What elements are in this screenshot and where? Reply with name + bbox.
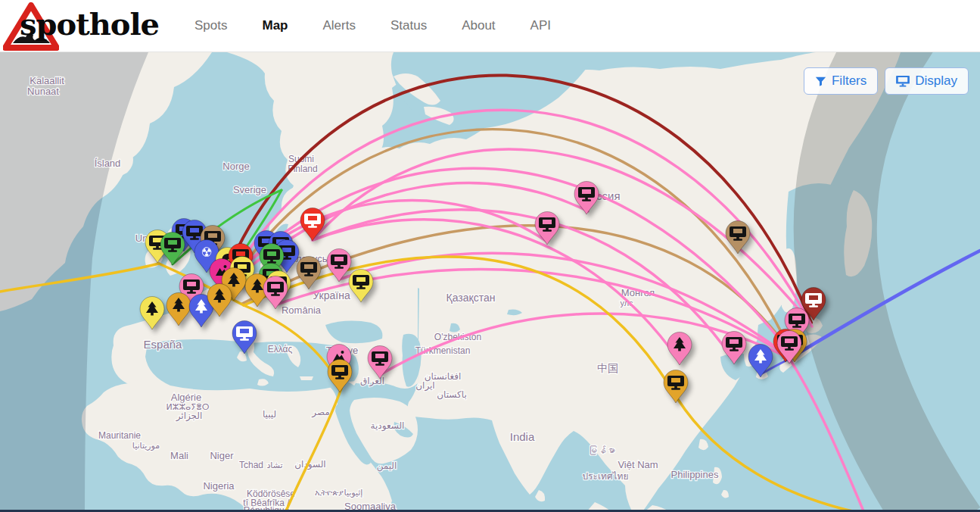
nav-item-about[interactable]: About [462, 18, 495, 33]
nav-item-spots[interactable]: Spots [194, 18, 227, 33]
app-header: spothole SpotsMapAlertsStatusAboutAPI [0, 0, 980, 52]
map-toolbar: Filters Display [804, 67, 969, 95]
country-label: مصر [311, 407, 329, 418]
country-label: ايران [415, 380, 434, 392]
filters-button-label: Filters [832, 73, 866, 89]
country-label: ኢትዮጵያ [315, 488, 344, 497]
map-canvas[interactable]: KalaallitNunaatÍslandNorgeSuomiFinlandSv… [0, 52, 980, 512]
country-label: Mali [170, 450, 188, 461]
country-label: India [510, 430, 535, 443]
country-label: ประเทศไทย [582, 471, 628, 482]
display-monitor-icon [896, 75, 910, 87]
country-label: Philippines [671, 469, 719, 480]
country-label: السعودية [371, 420, 405, 432]
country-label: ليبيا [263, 409, 276, 420]
country-label: موريتانيا [132, 441, 160, 451]
nav-item-api[interactable]: API [530, 18, 551, 33]
country-label: اليمن [377, 460, 397, 472]
country-label: Nigeria [203, 480, 235, 492]
nav-item-status[interactable]: Status [390, 18, 427, 33]
country-label: Nunaat [27, 86, 59, 97]
country-label: မြန်မာ [588, 445, 615, 456]
app-window: spothole SpotsMapAlertsStatusAboutAPI Ka… [0, 0, 980, 512]
logo-text: spothole [20, 6, 159, 42]
display-button[interactable]: Display [885, 67, 969, 95]
country-label: Ísland [95, 158, 121, 169]
radioactive-icon: ☢ [201, 245, 212, 260]
logo[interactable]: spothole [0, 0, 163, 52]
country-label: România [282, 304, 322, 316]
country-label: Türkmenistan [415, 345, 471, 356]
country-label: Қазақстан [446, 292, 496, 304]
country-label: باكستان [437, 389, 467, 400]
country-label: Norge [222, 161, 249, 172]
country-label: Sverige [233, 184, 266, 195]
country-label: تشاد [266, 460, 282, 470]
world-map: KalaallitNunaatÍslandNorgeSuomiFinlandSv… [0, 52, 980, 512]
country-label: الجزائر [176, 411, 203, 422]
country-label: Niger [210, 450, 234, 461]
country-label: Việt Nam [618, 459, 658, 470]
filter-funnel-icon [815, 76, 826, 87]
country-label: España [144, 338, 183, 351]
nav-item-map[interactable]: Map [262, 18, 288, 33]
filters-button[interactable]: Filters [804, 67, 878, 95]
country-label: Algérie [171, 392, 201, 403]
svg-text:☢: ☢ [201, 245, 212, 260]
country-label: Mauritanie [98, 430, 141, 441]
nav-item-alerts[interactable]: Alerts [322, 18, 355, 33]
country-label: Tchad [239, 460, 263, 470]
country-label: إثيوبيا [344, 488, 363, 498]
display-button-label: Display [915, 73, 957, 89]
country-label: Kalaallit [30, 75, 64, 86]
country-label: 中国 [597, 362, 618, 374]
main-nav: SpotsMapAlertsStatusAboutAPI [194, 18, 551, 33]
map-pin-monitor[interactable] [328, 360, 352, 393]
map-pin-tree[interactable] [748, 345, 773, 378]
country-label: Ελλάς [268, 344, 293, 354]
country-label: افغانستان [425, 371, 462, 382]
